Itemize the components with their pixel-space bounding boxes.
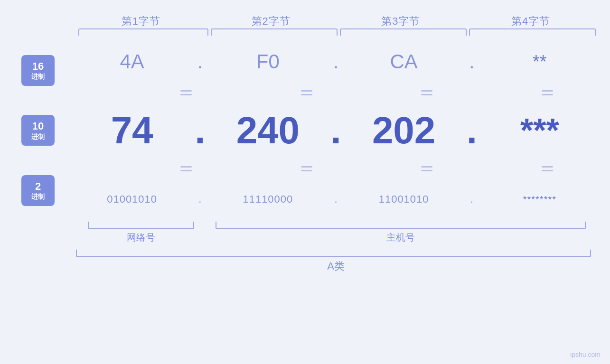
network-bracket <box>88 222 194 229</box>
eq-row-1 <box>76 83 596 102</box>
dec-badge: 10 进制 <box>21 115 55 146</box>
eq-cell-4 <box>499 90 596 95</box>
bin-dot2: . <box>324 193 348 205</box>
bracket-byte4 <box>469 28 596 36</box>
bin-val4: ******** <box>484 194 596 205</box>
byte2-header: 第2字节 <box>206 14 336 28</box>
dec-dot2: . <box>324 109 348 152</box>
byte1-header: 第1字节 <box>76 14 206 28</box>
eq-cell-8 <box>499 166 596 171</box>
eq-cell-7 <box>379 166 476 171</box>
labels-column: 16 进制 10 进制 2 进制 <box>14 40 76 221</box>
eq-bar-2a <box>301 90 312 92</box>
eq-bar-8b <box>542 170 553 171</box>
eq-cell-3 <box>379 90 476 95</box>
eq-cell-6 <box>258 166 355 171</box>
network-label: 网络号 <box>76 231 206 244</box>
bracket-byte3 <box>340 28 467 36</box>
network-bracket-wrapper <box>76 222 206 229</box>
bin-val1: 01001010 <box>76 193 188 205</box>
eq-bar-6a <box>301 166 312 168</box>
eq-bar-1b <box>180 94 192 95</box>
dec-dot1: . <box>188 109 212 152</box>
eq-bar-2b <box>301 94 312 95</box>
dec-val4: *** <box>484 112 596 149</box>
class-label: A类 <box>76 259 596 273</box>
dec-row: 74 . 240 . 202 . *** <box>76 102 596 159</box>
net-host-labels: 网络号 主机号 <box>14 231 596 244</box>
eq-cell-1 <box>138 90 235 95</box>
eq-bar-8a <box>542 166 553 168</box>
eq-cell-2 <box>258 90 355 95</box>
host-bracket <box>216 222 586 229</box>
eq-cell-5 <box>138 166 235 171</box>
bin-badge: 2 进制 <box>21 175 55 206</box>
host-label: 主机号 <box>206 231 596 244</box>
class-bracket <box>76 250 591 257</box>
eq-bar-1a <box>180 90 192 92</box>
eq-bar-4a <box>542 90 553 92</box>
watermark: ipshu.com <box>570 351 601 358</box>
content-area: 16 进制 10 进制 2 进制 4A . <box>14 40 596 221</box>
eq-bar-3a <box>421 90 432 92</box>
dec-dot3: . <box>460 109 484 152</box>
hex-val3: CA <box>348 50 460 73</box>
eq-bar-4b <box>542 94 553 95</box>
header-row: 第1字节 第2字节 第3字节 第4字节 <box>14 14 596 28</box>
dec-val3: 202 <box>348 109 460 152</box>
eq-bar-5a <box>180 166 192 168</box>
bracket-byte1 <box>78 28 208 36</box>
hex-dot1: . <box>188 50 212 73</box>
bin-dot3: . <box>460 193 484 205</box>
eq-bar-7a <box>421 166 432 168</box>
hex-row: 4A . F0 . CA . ** <box>76 40 596 83</box>
bin-val3: 11001010 <box>348 193 460 205</box>
hex-badge: 16 进制 <box>21 55 55 86</box>
bottom-bracket-row <box>14 222 596 229</box>
eq-bar-3b <box>421 94 432 95</box>
host-bracket-wrapper <box>206 222 596 229</box>
hex-dot2: . <box>324 50 348 73</box>
hex-dot3: . <box>460 50 484 73</box>
data-columns: 4A . F0 . CA . ** <box>76 40 596 221</box>
hex-val4: ** <box>484 52 596 72</box>
dec-val2: 240 <box>212 109 324 152</box>
class-label-row: A类 <box>14 259 596 273</box>
top-brackets <box>14 28 596 36</box>
bin-row: 01001010 . 11110000 . 11001010 . <box>76 178 596 221</box>
bracket-host-group <box>211 28 596 36</box>
eq-bar-5b <box>180 170 192 171</box>
byte4-header: 第4字节 <box>466 14 596 28</box>
hex-val1: 4A <box>76 50 188 73</box>
eq-row-2 <box>76 159 596 178</box>
bracket-byte2 <box>211 28 338 36</box>
byte3-header: 第3字节 <box>336 14 466 28</box>
eq-bar-6b <box>301 170 312 171</box>
bin-val2: 11110000 <box>212 193 324 205</box>
class-bracket-row <box>14 250 596 257</box>
main-container: 第1字节 第2字节 第3字节 第4字节 16 进制 10 进制 2 进制 <box>0 0 610 364</box>
eq-bar-7b <box>421 170 432 171</box>
bin-dot1: . <box>188 193 212 205</box>
dec-val1: 74 <box>76 109 188 152</box>
hex-val2: F0 <box>212 50 324 73</box>
